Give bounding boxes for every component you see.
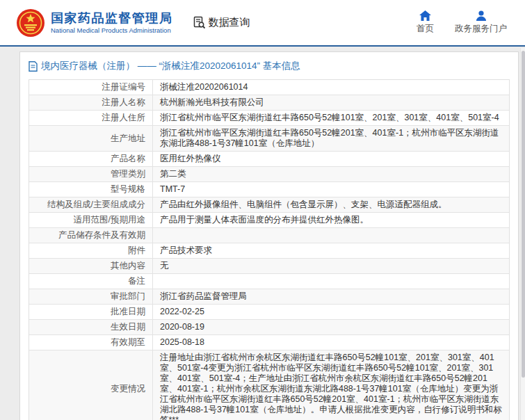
row-value: 杭州新瀚光电科技有限公司: [153, 95, 509, 111]
table-row: 批准日期2022-02-25: [29, 305, 509, 320]
row-value: 浙械注准20202061014: [153, 80, 509, 95]
row-label: 注册人住所: [29, 111, 153, 126]
nav-home-label: 首页: [417, 23, 434, 35]
nav-data-query-label: 数据查询: [209, 16, 250, 29]
table-row: 有效期至2025-08-18: [29, 335, 509, 350]
row-label: 注册人名称: [29, 95, 153, 111]
table-row: 备注: [29, 274, 509, 289]
agency-name-block: 国家药品监督管理局 National Medical Products Admi…: [51, 10, 173, 35]
row-value: 2020-08-19: [153, 320, 509, 335]
row-label: 结构及组成/主要组成成分: [29, 197, 153, 213]
nav-portal[interactable]: 政务服务门户: [455, 10, 507, 35]
national-emblem-icon: [17, 9, 45, 37]
info-panel: 境内医疗器械（注册） —— “浙械注准20202061014” 基本信息 注册证…: [19, 51, 519, 420]
row-value: 2025-08-18: [153, 335, 509, 350]
page-title-text: 境内医疗器械（注册） —— “浙械注准20202061014” 基本信息: [41, 60, 300, 72]
row-label: 产品名称: [29, 152, 153, 167]
table-row: 注册人名称杭州新瀚光电科技有限公司: [29, 95, 509, 111]
row-label: 批准日期: [29, 305, 153, 320]
row-label: 审批部门: [29, 289, 153, 305]
page-title: 境内医疗器械（注册） —— “浙械注准20202061014” 基本信息: [29, 52, 510, 79]
nav-home[interactable]: 首页: [417, 10, 434, 35]
scrollbar-thumb[interactable]: [522, 51, 525, 378]
table-row: 注册人住所浙江省杭州市临平区东湖街道红丰路650号52幢101室、201室、30…: [29, 111, 509, 126]
row-value: 第二类: [153, 167, 509, 182]
scrollbar[interactable]: [520, 48, 525, 420]
row-label: 变更情况: [29, 350, 153, 420]
document-search-icon: [193, 16, 206, 29]
agency-brand[interactable]: 国家药品监督管理局 National Medical Products Admi…: [17, 9, 173, 37]
site-header: 国家药品监督管理局 National Medical Products Admi…: [0, 0, 525, 47]
home-icon: [419, 10, 431, 21]
row-label: 生产地址: [29, 126, 153, 152]
row-label: 适用范围/预期用途: [29, 213, 153, 228]
agency-name-cn: 国家药品监督管理局: [51, 10, 173, 26]
page-content: 境内医疗器械（注册） —— “浙械注准20202061014” 基本信息 注册证…: [0, 47, 525, 420]
row-value: 医用红外热像仪: [153, 152, 509, 167]
row-value: 产品由红外摄像组件、电脑组件（包含显示屏）、支架、电源适配器组成。: [153, 197, 509, 213]
table-row-change-status: 变更情况注册地址由浙江省杭州市余杭区东湖街道红丰路650号52幢101室、201…: [29, 350, 509, 420]
table-row: 生产地址浙江省杭州市临平区东湖街道红丰路650号52幢201室、401室-1；杭…: [29, 126, 509, 152]
user-icon: [476, 10, 487, 21]
table-row: 注册证编号浙械注准20202061014: [29, 80, 509, 95]
row-value: 2022-02-25: [153, 305, 509, 320]
row-label: 产品储存条件及有效期: [29, 228, 153, 243]
table-row: 生效日期2020-08-19: [29, 320, 509, 335]
table-row: 附件产品技术要求: [29, 243, 509, 259]
row-value: TMT-7: [153, 182, 509, 197]
table-row: 其他内容无: [29, 259, 509, 274]
nav-portal-label: 政务服务门户: [455, 23, 507, 35]
table-row: 审批部门浙江省药品监督管理局: [29, 289, 509, 305]
agency-name-en: National Medical Products Administration: [51, 26, 173, 35]
row-value: 产品用于测量人体表面温度的分布并提供红外热像图。: [153, 213, 509, 228]
row-label: 注册证编号: [29, 80, 153, 95]
table-row: 产品储存条件及有效期: [29, 228, 509, 243]
header-nav: 首页 政务服务门户: [417, 10, 507, 35]
row-value: 浙江省杭州市临平区东湖街道红丰路650号52幢201室、401室-1；杭州市临平…: [153, 126, 509, 152]
row-label: 生效日期: [29, 320, 153, 335]
table-row: 管理类别第二类: [29, 167, 509, 182]
row-label: 有效期至: [29, 335, 153, 350]
table-row: 型号规格TMT-7: [29, 182, 509, 197]
row-label: 其他内容: [29, 259, 153, 274]
row-label: 附件: [29, 243, 153, 259]
table-row: 产品名称医用红外热像仪: [29, 152, 509, 167]
registration-info-table: 注册证编号浙械注准20202061014 注册人名称杭州新瀚光电科技有限公司 注…: [29, 79, 510, 420]
row-value: 注册地址由浙江省杭州市余杭区东湖街道红丰路650号52幢101室、201室、30…: [153, 350, 509, 420]
table-row: 结构及组成/主要组成成分产品由红外摄像组件、电脑组件（包含显示屏）、支架、电源适…: [29, 197, 509, 213]
document-icon: [29, 61, 38, 72]
row-value: 浙江省杭州市临平区东湖街道红丰路650号52幢101室、201室、301室、40…: [153, 111, 509, 126]
row-value: [153, 274, 509, 289]
row-value: [153, 228, 509, 243]
row-label: 管理类别: [29, 167, 153, 182]
nav-data-query[interactable]: 数据查询: [193, 16, 250, 29]
row-value: 产品技术要求: [153, 243, 509, 259]
row-label: 型号规格: [29, 182, 153, 197]
row-label: 备注: [29, 274, 153, 289]
row-value: 浙江省药品监督管理局: [153, 289, 509, 305]
table-row: 适用范围/预期用途产品用于测量人体表面温度的分布并提供红外热像图。: [29, 213, 509, 228]
row-value: 无: [153, 259, 509, 274]
